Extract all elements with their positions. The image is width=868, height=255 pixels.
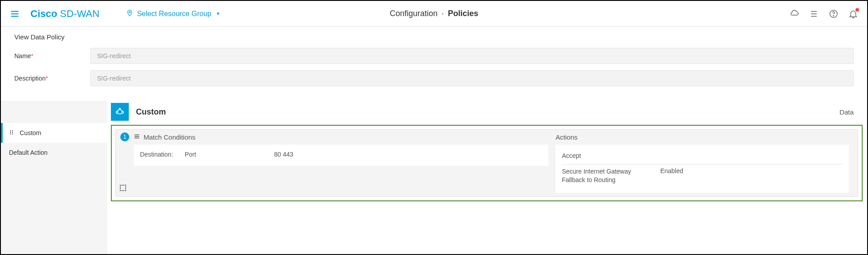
svg-rect-27	[120, 190, 121, 191]
sidebar-item-label: Default Action	[9, 149, 47, 156]
svg-rect-19	[120, 185, 121, 186]
svg-rect-26	[125, 188, 126, 189]
menu-hamburger-icon[interactable]	[10, 10, 20, 17]
description-label: Description*	[14, 75, 90, 82]
svg-rect-29	[123, 190, 124, 191]
section-right-label: Data	[839, 108, 863, 116]
rule-card[interactable]: 1 Match Conditions	[115, 129, 858, 197]
svg-point-11	[10, 133, 11, 134]
breadcrumb-separator: ·	[442, 9, 444, 18]
svg-point-9	[10, 130, 11, 131]
action-row: Secure Internet Gateway Fallback to Rout…	[562, 165, 843, 188]
actions-heading: Actions	[555, 133, 849, 141]
section-header: Custom Data	[111, 101, 863, 123]
page-subtitle: View Data Policy	[1, 27, 867, 44]
rule-index-badge: 1	[120, 132, 129, 141]
action-key: Secure Internet Gateway Fallback to Rout…	[562, 167, 660, 185]
help-icon[interactable]	[829, 9, 838, 19]
sidebar-item-label: Custom	[20, 129, 41, 136]
svg-rect-23	[120, 187, 121, 187]
form-area: Name* Description*	[1, 44, 867, 101]
highlight-box: 1 Match Conditions	[111, 125, 863, 201]
sidebar-item-custom[interactable]: Custom	[1, 123, 107, 143]
action-row: Accept	[562, 149, 843, 165]
rule-body: Match Conditions Destination: Port 80 44…	[134, 130, 858, 196]
name-label: Name*	[14, 52, 90, 60]
match-sublabel: Port	[185, 151, 274, 158]
section-brain-icon	[111, 103, 129, 121]
notification-dot	[855, 8, 859, 12]
form-row-description: Description*	[14, 70, 854, 86]
actions-column: Actions Accept Secure Internet Gateway F…	[548, 133, 849, 193]
content-area: Custom Data 1	[107, 101, 867, 255]
name-input[interactable]	[90, 48, 854, 64]
match-row: Destination: Port 80 443	[140, 149, 542, 162]
action-value: Enabled	[660, 167, 843, 185]
required-asterisk: *	[46, 75, 48, 82]
drag-handle-icon	[9, 129, 20, 137]
description-input[interactable]	[90, 70, 854, 86]
match-heading: Match Conditions	[134, 133, 548, 141]
notifications-icon[interactable]	[848, 9, 858, 19]
required-asterisk: *	[31, 52, 33, 60]
svg-point-15	[118, 110, 122, 114]
drag-expand-icon[interactable]	[119, 184, 127, 194]
svg-rect-30	[125, 190, 126, 191]
action-key: Accept	[562, 152, 660, 161]
svg-point-10	[10, 132, 11, 132]
header-icons	[789, 9, 858, 19]
svg-point-14	[12, 133, 13, 134]
match-panel: Destination: Port 80 443	[134, 144, 548, 166]
breadcrumb: Configuration · Policies	[390, 9, 478, 18]
svg-point-12	[12, 130, 13, 131]
svg-rect-20	[122, 185, 123, 186]
brand-logo: Cisco SD-WAN	[30, 8, 99, 20]
sidebar: Custom Default Action	[1, 101, 107, 255]
svg-point-8	[833, 15, 834, 16]
sidebar-spacer	[1, 101, 107, 123]
sidebar-item-default-action[interactable]: Default Action	[1, 143, 107, 162]
list-icon[interactable]	[809, 9, 819, 19]
location-pin-icon	[126, 8, 133, 19]
match-label: Destination:	[140, 151, 185, 158]
action-value	[660, 152, 843, 161]
svg-rect-28	[122, 190, 123, 191]
svg-point-3	[129, 11, 131, 13]
svg-rect-25	[120, 188, 121, 189]
match-value: 80 443	[274, 151, 542, 158]
breadcrumb-section: Configuration	[390, 9, 437, 18]
svg-rect-21	[123, 185, 124, 186]
list-small-icon	[134, 133, 140, 141]
brand-bold: Cisco	[30, 8, 57, 19]
caret-down-icon: ▼	[216, 11, 220, 16]
breadcrumb-page: Policies	[448, 9, 478, 18]
svg-rect-22	[125, 185, 126, 186]
match-column: Match Conditions Destination: Port 80 44…	[134, 133, 548, 193]
cloud-icon[interactable]	[789, 9, 799, 19]
form-row-name: Name*	[14, 48, 854, 64]
main-area: Custom Default Action Custom Data 1	[1, 101, 867, 255]
brand-light: SD-WAN	[57, 8, 100, 19]
actions-panel: Accept Secure Internet Gateway Fallback …	[555, 144, 849, 193]
resource-group-label: Select Resource Group	[137, 10, 211, 18]
svg-rect-24	[125, 187, 126, 187]
resource-group-selector[interactable]: Select Resource Group ▼	[126, 8, 220, 19]
top-header: Cisco SD-WAN Select Resource Group ▼ Con…	[1, 1, 867, 27]
svg-point-13	[12, 132, 13, 132]
section-title: Custom	[136, 107, 166, 117]
